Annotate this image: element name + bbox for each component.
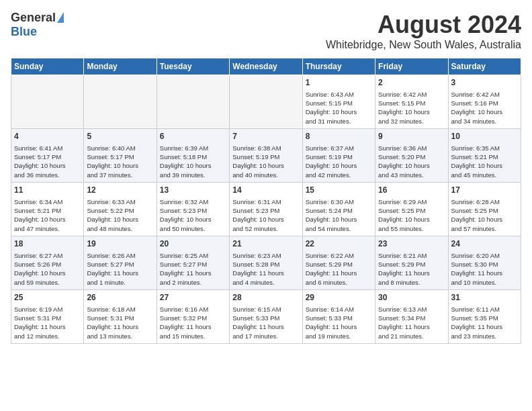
day-number: 5 (87, 131, 153, 142)
calendar-cell: 8Sunrise: 6:37 AM Sunset: 5:19 PM Daylig… (302, 129, 375, 183)
day-number: 25 (14, 292, 81, 304)
calendar-cell: 20Sunrise: 6:25 AM Sunset: 5:27 PM Dayli… (157, 236, 229, 290)
calendar-cell: 15Sunrise: 6:30 AM Sunset: 5:24 PM Dayli… (302, 183, 375, 236)
weekday-sunday: Sunday (11, 58, 84, 75)
day-info: Sunrise: 6:19 AM Sunset: 5:31 PM Dayligh… (14, 306, 66, 340)
calendar-cell: 7Sunrise: 6:38 AM Sunset: 5:19 PM Daylig… (230, 129, 302, 183)
day-number: 26 (87, 292, 153, 304)
calendar-cell: 26Sunrise: 6:18 AM Sunset: 5:31 PM Dayli… (84, 290, 157, 344)
calendar-week-row: 1Sunrise: 6:43 AM Sunset: 5:15 PM Daylig… (11, 75, 521, 129)
day-info: Sunrise: 6:35 AM Sunset: 5:21 PM Dayligh… (451, 144, 503, 179)
day-number: 21 (232, 238, 299, 250)
day-number: 23 (378, 238, 445, 250)
day-info: Sunrise: 6:32 AM Sunset: 5:23 PM Dayligh… (160, 198, 212, 232)
day-info: Sunrise: 6:13 AM Sunset: 5:34 PM Dayligh… (378, 306, 430, 340)
calendar-cell: 4Sunrise: 6:41 AM Sunset: 5:17 PM Daylig… (11, 129, 84, 183)
day-info: Sunrise: 6:25 AM Sunset: 5:27 PM Dayligh… (160, 252, 212, 286)
calendar-cell: 31Sunrise: 6:11 AM Sunset: 5:35 PM Dayli… (448, 290, 521, 344)
calendar-week-row: 18Sunrise: 6:27 AM Sunset: 5:26 PM Dayli… (11, 236, 521, 290)
calendar-cell: 2Sunrise: 6:42 AM Sunset: 5:15 PM Daylig… (375, 75, 448, 129)
calendar-cell (84, 75, 157, 129)
page-header: General Blue August 2024 Whitebridge, Ne… (11, 11, 521, 51)
day-number: 3 (451, 77, 518, 89)
day-info: Sunrise: 6:43 AM Sunset: 5:15 PM Dayligh… (306, 91, 357, 125)
day-number: 10 (451, 131, 518, 142)
calendar-cell: 21Sunrise: 6:23 AM Sunset: 5:28 PM Dayli… (230, 236, 302, 290)
day-info: Sunrise: 6:42 AM Sunset: 5:16 PM Dayligh… (451, 91, 503, 125)
calendar-cell: 1Sunrise: 6:43 AM Sunset: 5:15 PM Daylig… (302, 75, 375, 129)
calendar-cell: 12Sunrise: 6:33 AM Sunset: 5:22 PM Dayli… (84, 183, 157, 236)
calendar-cell: 19Sunrise: 6:26 AM Sunset: 5:27 PM Dayli… (84, 236, 157, 290)
day-info: Sunrise: 6:42 AM Sunset: 5:15 PM Dayligh… (378, 91, 430, 125)
calendar-week-row: 11Sunrise: 6:34 AM Sunset: 5:21 PM Dayli… (11, 183, 521, 236)
day-number: 28 (232, 292, 299, 304)
calendar-cell: 23Sunrise: 6:21 AM Sunset: 5:29 PM Dayli… (375, 236, 448, 290)
day-number: 13 (160, 185, 226, 196)
weekday-saturday: Saturday (448, 58, 521, 75)
calendar-cell: 9Sunrise: 6:36 AM Sunset: 5:20 PM Daylig… (375, 129, 448, 183)
weekday-friday: Friday (375, 58, 448, 75)
day-info: Sunrise: 6:20 AM Sunset: 5:30 PM Dayligh… (451, 252, 503, 286)
calendar-cell (11, 75, 84, 129)
logo-blue-text: Blue (11, 25, 37, 39)
day-info: Sunrise: 6:33 AM Sunset: 5:22 PM Dayligh… (87, 198, 138, 232)
calendar-header: SundayMondayTuesdayWednesdayThursdayFrid… (11, 58, 521, 75)
calendar-cell: 24Sunrise: 6:20 AM Sunset: 5:30 PM Dayli… (448, 236, 521, 290)
day-number: 2 (378, 77, 445, 89)
weekday-thursday: Thursday (302, 58, 375, 75)
day-info: Sunrise: 6:31 AM Sunset: 5:23 PM Dayligh… (232, 198, 284, 232)
day-number: 18 (14, 238, 81, 250)
location-title: Whitebridge, New South Wales, Australia (326, 39, 521, 51)
day-info: Sunrise: 6:18 AM Sunset: 5:31 PM Dayligh… (87, 306, 138, 340)
calendar-cell: 29Sunrise: 6:14 AM Sunset: 5:33 PM Dayli… (302, 290, 375, 344)
day-info: Sunrise: 6:23 AM Sunset: 5:28 PM Dayligh… (232, 252, 284, 286)
calendar-cell: 11Sunrise: 6:34 AM Sunset: 5:21 PM Dayli… (11, 183, 84, 236)
day-info: Sunrise: 6:11 AM Sunset: 5:35 PM Dayligh… (451, 306, 503, 340)
calendar-cell: 28Sunrise: 6:15 AM Sunset: 5:33 PM Dayli… (230, 290, 302, 344)
day-info: Sunrise: 6:36 AM Sunset: 5:20 PM Dayligh… (378, 144, 430, 179)
day-info: Sunrise: 6:15 AM Sunset: 5:33 PM Dayligh… (232, 306, 284, 340)
weekday-wednesday: Wednesday (230, 58, 302, 75)
day-info: Sunrise: 6:26 AM Sunset: 5:27 PM Dayligh… (87, 252, 138, 286)
calendar-cell: 22Sunrise: 6:22 AM Sunset: 5:29 PM Dayli… (302, 236, 375, 290)
calendar-cell: 18Sunrise: 6:27 AM Sunset: 5:26 PM Dayli… (11, 236, 84, 290)
day-number: 16 (378, 185, 445, 196)
day-number: 12 (87, 185, 153, 196)
title-block: August 2024 Whitebridge, New South Wales… (326, 11, 521, 51)
day-number: 20 (160, 238, 226, 250)
calendar-cell: 17Sunrise: 6:28 AM Sunset: 5:25 PM Dayli… (448, 183, 521, 236)
calendar-cell: 6Sunrise: 6:39 AM Sunset: 5:18 PM Daylig… (157, 129, 229, 183)
calendar-cell: 3Sunrise: 6:42 AM Sunset: 5:16 PM Daylig… (448, 75, 521, 129)
calendar-cell: 16Sunrise: 6:29 AM Sunset: 5:25 PM Dayli… (375, 183, 448, 236)
day-number: 17 (451, 185, 518, 196)
day-info: Sunrise: 6:41 AM Sunset: 5:17 PM Dayligh… (14, 144, 66, 179)
calendar-cell: 5Sunrise: 6:40 AM Sunset: 5:17 PM Daylig… (84, 129, 157, 183)
weekday-monday: Monday (84, 58, 157, 75)
day-number: 29 (306, 292, 372, 304)
day-number: 19 (87, 238, 153, 250)
calendar-table: SundayMondayTuesdayWednesdayThursdayFrid… (11, 58, 521, 344)
calendar-cell: 30Sunrise: 6:13 AM Sunset: 5:34 PM Dayli… (375, 290, 448, 344)
day-number: 11 (14, 185, 81, 196)
day-number: 27 (160, 292, 226, 304)
day-number: 7 (232, 131, 299, 142)
day-info: Sunrise: 6:28 AM Sunset: 5:25 PM Dayligh… (451, 198, 503, 232)
day-number: 22 (306, 238, 372, 250)
calendar-cell: 13Sunrise: 6:32 AM Sunset: 5:23 PM Dayli… (157, 183, 229, 236)
day-number: 31 (451, 292, 518, 304)
logo: General Blue (11, 11, 64, 39)
day-number: 30 (378, 292, 445, 304)
day-info: Sunrise: 6:38 AM Sunset: 5:19 PM Dayligh… (232, 144, 284, 179)
day-number: 24 (451, 238, 518, 250)
day-number: 4 (14, 131, 81, 142)
day-number: 9 (378, 131, 445, 142)
day-number: 1 (306, 77, 372, 89)
logo-triangle-icon (57, 12, 64, 23)
day-number: 14 (232, 185, 299, 196)
day-info: Sunrise: 6:37 AM Sunset: 5:19 PM Dayligh… (306, 144, 357, 179)
calendar-week-row: 4Sunrise: 6:41 AM Sunset: 5:17 PM Daylig… (11, 129, 521, 183)
calendar-cell: 10Sunrise: 6:35 AM Sunset: 5:21 PM Dayli… (448, 129, 521, 183)
day-info: Sunrise: 6:27 AM Sunset: 5:26 PM Dayligh… (14, 252, 66, 286)
calendar-cell (157, 75, 229, 129)
calendar-body: 1Sunrise: 6:43 AM Sunset: 5:15 PM Daylig… (11, 75, 521, 344)
